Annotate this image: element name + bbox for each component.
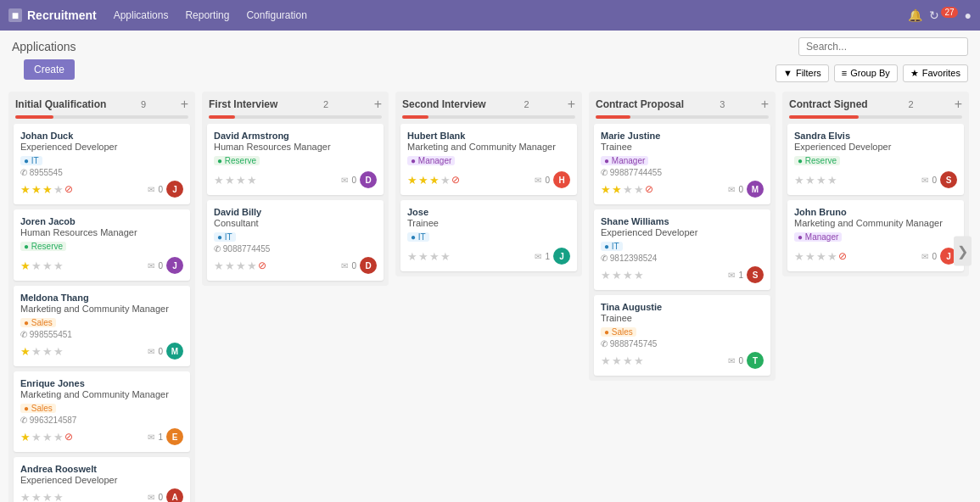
card-stars[interactable]: ★★★★	[20, 259, 64, 272]
kanban-card[interactable]: Marie JustineTrainee● Manager✆ 998877444…	[594, 124, 770, 204]
scroll-right-button[interactable]: ❯	[954, 237, 972, 266]
card-actions: ✉0M	[728, 181, 764, 198]
nav-applications[interactable]: Applications	[110, 8, 172, 23]
column-add-button[interactable]: +	[374, 97, 382, 112]
nav-reporting[interactable]: Reporting	[182, 8, 232, 23]
card-name: Andrea Rooswelt	[20, 464, 183, 474]
message-icon[interactable]: ✉	[148, 185, 154, 194]
kanban-card[interactable]: JoseTrainee● IT★★★★✉1J	[400, 200, 577, 271]
message-icon[interactable]: ✉	[148, 432, 154, 442]
column-header: Initial Qualification9+	[8, 92, 195, 115]
kanban-card[interactable]: Hubert BlankMarketing and Community Mana…	[400, 124, 577, 195]
nav-links: Applications Reporting Configuration	[110, 8, 311, 23]
kanban-board: Initial Qualification9+Johan DuckExperie…	[0, 92, 980, 502]
card-stars[interactable]: ★★★★ ⊘	[20, 431, 73, 443]
card-phone: ✆ 8955545	[20, 168, 183, 177]
bell-icon[interactable]: 🔔	[908, 8, 922, 22]
card-footer: ★★★★ ⊘✉0H	[407, 171, 570, 188]
avatar: D	[360, 171, 377, 188]
kanban-card[interactable]: David BillyConsultant● IT✆ 9088774455★★★…	[207, 200, 384, 281]
card-stars[interactable]: ★★★★	[601, 269, 644, 282]
message-icon[interactable]: ✉	[148, 493, 154, 502]
card-name: David Armstrong	[214, 131, 377, 141]
card-stars[interactable]: ★★★★	[20, 491, 64, 503]
card-stars[interactable]: ★★★★	[407, 250, 451, 263]
card-actions: ✉0M	[148, 343, 183, 360]
kanban-card[interactable]: Tina AugustieTrainee● Sales✆ 9888745745★…	[594, 295, 770, 376]
column-count: 9	[141, 99, 146, 109]
card-footer: ★★★★✉0J	[20, 257, 183, 274]
card-stars[interactable]: ★★★★	[601, 354, 644, 367]
kanban-card[interactable]: Meldona ThangMarketing and Community Man…	[14, 286, 190, 366]
message-icon[interactable]: ✉	[535, 176, 541, 185]
blocked-icon: ⊘	[838, 250, 847, 263]
avatar: S	[747, 266, 764, 283]
message-icon[interactable]: ✉	[148, 261, 154, 271]
card-stars[interactable]: ★★★★	[20, 345, 64, 358]
card-tag: ● Reserve	[20, 242, 66, 251]
card-phone: ✆ 998555451	[20, 330, 183, 339]
message-icon[interactable]: ✉	[728, 185, 735, 194]
refresh-icon[interactable]: ↻	[929, 8, 939, 22]
card-job: Marketing and Community Manager	[794, 218, 957, 228]
message-icon[interactable]: ✉	[148, 347, 154, 356]
message-icon[interactable]: ✉	[341, 261, 348, 271]
card-tag: ● IT	[20, 156, 42, 165]
favorites-button[interactable]: ★ Favorites	[903, 64, 968, 82]
kanban-card[interactable]: Sandra ElvisExperienced Developer● Reser…	[787, 124, 964, 195]
avatar: S	[940, 171, 957, 188]
avatar: J	[553, 248, 570, 265]
card-stars[interactable]: ★★★★	[214, 174, 257, 187]
column-title: Initial Qualification	[15, 98, 106, 110]
message-icon[interactable]: ✉	[921, 252, 928, 261]
card-job: Human Resources Manager	[20, 227, 183, 237]
message-icon[interactable]: ✉	[728, 356, 735, 365]
card-job: Consultant	[214, 218, 377, 228]
card-footer: ★★★★✉0D	[214, 171, 377, 188]
card-job: Trainee	[601, 313, 764, 323]
search-input[interactable]	[798, 37, 968, 56]
card-name: Sandra Elvis	[794, 131, 957, 141]
card-footer: ★★★★ ⊘✉0M	[601, 181, 764, 198]
card-stars[interactable]: ★★★★ ⊘	[214, 259, 266, 272]
kanban-card[interactable]: Johan DuckExperienced Developer● IT✆ 895…	[14, 124, 190, 204]
message-icon[interactable]: ✉	[728, 271, 735, 280]
card-tag: ● Manager	[407, 156, 455, 165]
message-icon[interactable]: ✉	[921, 176, 928, 185]
card-name: John Bruno	[794, 207, 957, 217]
card-actions: ✉1S	[728, 266, 764, 283]
column-add-button[interactable]: +	[181, 97, 188, 112]
create-button[interactable]: Create	[24, 59, 75, 80]
card-footer: ★★★★✉0A	[20, 488, 183, 502]
card-stars[interactable]: ★★★★	[794, 174, 837, 187]
column-count: 2	[909, 99, 914, 109]
kanban-card[interactable]: Shane WilliamsExperienced Developer● IT✆…	[594, 209, 770, 290]
user-icon[interactable]: ●	[965, 8, 972, 22]
card-stars[interactable]: ★★★★ ⊘	[601, 183, 653, 196]
card-phone: ✆ 99887744455	[601, 168, 764, 177]
column-header: First Interview2+	[202, 92, 389, 115]
kanban-card[interactable]: John BrunoMarketing and Community Manage…	[787, 200, 964, 271]
card-actions: ✉0D	[341, 257, 377, 274]
card-footer: ★★★★ ⊘✉1E	[20, 428, 183, 445]
card-stars[interactable]: ★★★★ ⊘	[407, 174, 460, 187]
groupby-button[interactable]: ≡ Group By	[834, 64, 898, 82]
card-phone: ✆ 9812398524	[601, 254, 764, 263]
card-stars[interactable]: ★★★★ ⊘	[20, 183, 73, 196]
message-icon[interactable]: ✉	[535, 252, 541, 261]
kanban-card[interactable]: Andrea RoosweltExperienced Developer★★★★…	[14, 457, 190, 502]
kanban-card[interactable]: Joren JacobHuman Resources Manager● Rese…	[14, 209, 190, 281]
column-add-button[interactable]: +	[955, 97, 962, 112]
kanban-card[interactable]: Enrique JonesMarketing and Community Man…	[14, 371, 190, 452]
card-name: Marie Justine	[601, 131, 764, 141]
card-tag: ● IT	[407, 232, 429, 242]
filters-button[interactable]: ▼ Filters	[776, 64, 829, 82]
column-add-button[interactable]: +	[568, 97, 575, 112]
card-stars[interactable]: ★★★★ ⊘	[794, 250, 847, 263]
message-count: 0	[738, 356, 743, 365]
nav-configuration[interactable]: Configuration	[243, 8, 310, 23]
message-icon[interactable]: ✉	[341, 176, 348, 185]
card-actions: ✉1E	[148, 428, 183, 445]
column-add-button[interactable]: +	[761, 97, 769, 112]
kanban-card[interactable]: David ArmstrongHuman Resources Manager● …	[207, 124, 384, 195]
